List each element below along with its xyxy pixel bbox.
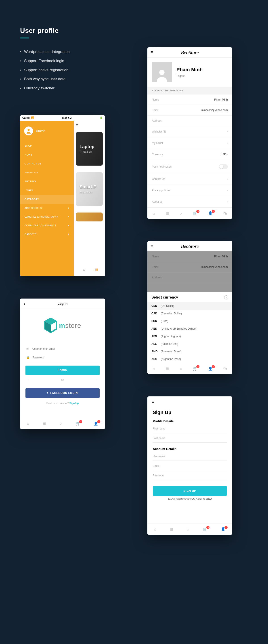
logo-icon bbox=[44, 318, 58, 334]
app-title: BeoStore bbox=[181, 50, 199, 56]
drawer-sub-gadgets[interactable]: GADGETS+ bbox=[20, 230, 74, 239]
menu-push[interactable]: Push notification bbox=[147, 160, 232, 174]
signup-link[interactable]: Sign Up bbox=[69, 402, 79, 404]
user-icon[interactable]: 👤1 bbox=[221, 527, 225, 532]
phone-currency: ≡ BeoStore NamePham Minh Emailminhcasi@y… bbox=[147, 241, 232, 374]
password-field[interactable]: Password bbox=[153, 471, 227, 480]
drawer-item-about[interactable]: ABOUT US bbox=[20, 168, 74, 177]
drawer-sub-cameras[interactable]: CAMERAS & PHOTOGRAPHY+ bbox=[20, 212, 74, 221]
feature-list: Wordpress user integration. Support Face… bbox=[20, 47, 121, 93]
section-account-info: ACCOUNT INFORMATIONS bbox=[147, 87, 232, 94]
hamburger-icon[interactable]: ≡ bbox=[76, 123, 103, 128]
menu-order[interactable]: My Order› bbox=[147, 138, 232, 149]
menu-about[interactable]: About us› bbox=[147, 196, 232, 208]
cart-icon[interactable]: 🛒3 bbox=[193, 366, 197, 371]
plus-icon: + bbox=[68, 233, 69, 236]
currency-option-usd[interactable]: USD(US Dollar) bbox=[147, 302, 232, 310]
user-icon[interactable]: 👤1 bbox=[94, 422, 98, 426]
username-input[interactable] bbox=[32, 347, 99, 350]
user-icon[interactable]: 👤1 bbox=[208, 211, 213, 216]
home-icon[interactable]: ⌂ bbox=[83, 268, 85, 272]
plus-icon: + bbox=[68, 224, 69, 227]
chevron-right-icon: › bbox=[227, 142, 228, 144]
currency-option-cad[interactable]: CAD(Canadian Dollar) bbox=[147, 310, 232, 317]
chevron-right-icon: › bbox=[227, 153, 228, 156]
tab-bar: ⌂ ▦ ⌕ 🛒3 👤1 🛍 bbox=[147, 363, 232, 374]
home-icon[interactable]: ⌂ bbox=[153, 212, 155, 216]
cart-icon[interactable]: 🛒3 bbox=[193, 211, 197, 216]
last-name-field[interactable]: Last name bbox=[153, 434, 227, 443]
toggle-switch[interactable] bbox=[219, 164, 228, 169]
home-icon[interactable]: ⌂ bbox=[153, 367, 155, 371]
drawer-sub-accessories[interactable]: ACCESSORIES+ bbox=[20, 204, 74, 212]
drawer-item-shop[interactable]: SHOP bbox=[20, 141, 74, 150]
currency-option-all[interactable]: ALL(Albanian Lek) bbox=[147, 340, 232, 348]
info-address: Address bbox=[147, 116, 232, 126]
drawer-item-contact[interactable]: CONTACT US bbox=[20, 159, 74, 168]
home-icon[interactable]: ⌂ bbox=[154, 527, 157, 532]
grid-icon[interactable]: ▦ bbox=[166, 211, 169, 216]
feature-item: Wordpress user integration. bbox=[20, 47, 121, 56]
info-name: NamePham Minh bbox=[147, 94, 232, 105]
search-icon[interactable]: ⌕ bbox=[180, 367, 182, 371]
currency-option-amd[interactable]: AMD(Armenian Dram) bbox=[147, 348, 232, 355]
menu-privacy[interactable]: Privacy policies› bbox=[147, 185, 232, 196]
signin-note[interactable]: You've registered already ? Sign In NOW! bbox=[153, 498, 227, 500]
cart-icon[interactable]: 🛒3 bbox=[75, 422, 80, 426]
hamburger-icon[interactable]: ≡ bbox=[152, 400, 154, 404]
login-header: ‹ Log In bbox=[20, 298, 105, 309]
search-icon[interactable]: ⌕ bbox=[60, 422, 62, 426]
cart-icon[interactable]: 🛒3 bbox=[203, 527, 207, 532]
hamburger-icon[interactable]: ≡ bbox=[151, 50, 153, 55]
sheet-title: Select currency bbox=[151, 296, 178, 300]
menu-contact[interactable]: Contact Us› bbox=[147, 174, 232, 185]
category-card[interactable] bbox=[76, 212, 103, 222]
grid-icon[interactable]: ▦ bbox=[43, 422, 46, 426]
currency-option-eur[interactable]: EUR(Euro) bbox=[147, 317, 232, 325]
drawer-item-news[interactable]: NEWS bbox=[20, 150, 74, 159]
login-button[interactable]: LOGIN bbox=[25, 366, 100, 375]
chevron-right-icon: › bbox=[227, 130, 228, 133]
search-icon[interactable]: ⌕ bbox=[180, 212, 182, 216]
phone-profile: ≡ BeoStore Pham Minh Logout ACCOUNT INFO… bbox=[147, 47, 232, 219]
account-details-header: Account Details bbox=[153, 447, 227, 451]
currency-sheet: Select currency × USD(US Dollar) CAD(Can… bbox=[147, 292, 232, 363]
drawer-item-category[interactable]: CATEGORY bbox=[20, 195, 74, 204]
drawer-item-login[interactable]: LOGIN bbox=[20, 186, 74, 195]
bag-icon[interactable]: 🛍 bbox=[223, 212, 227, 216]
drawer-item-setting[interactable]: SETTING bbox=[20, 177, 74, 186]
grid-icon[interactable]: ▦ bbox=[170, 527, 173, 532]
or-divider: Or bbox=[25, 378, 100, 381]
plus-icon: + bbox=[68, 216, 69, 218]
feature-item: Support native registration bbox=[20, 66, 121, 75]
signup-button[interactable]: SIGN UP bbox=[153, 486, 227, 496]
currency-option-ars[interactable]: ARS(Argentine Peso) bbox=[147, 355, 232, 363]
email-field[interactable]: Email bbox=[153, 462, 227, 470]
chevron-right-icon: › bbox=[227, 178, 228, 180]
menu-currency[interactable]: CurrencyUSD › bbox=[147, 149, 232, 160]
info-address: Address bbox=[147, 272, 232, 283]
drawer-sub-components[interactable]: COMPUTER COMPONENTS+ bbox=[20, 221, 74, 230]
username-field[interactable]: Username bbox=[153, 452, 227, 461]
grid-icon[interactable]: ▦ bbox=[95, 268, 98, 271]
password-input[interactable] bbox=[32, 356, 99, 359]
currency-option-afn[interactable]: AFN(Afghan Afghani) bbox=[147, 332, 232, 340]
category-card-smart[interactable]: Smart P 20 products bbox=[76, 172, 103, 206]
back-icon[interactable]: ‹ bbox=[24, 301, 25, 306]
category-card-laptop[interactable]: Laptop 13 products bbox=[76, 132, 103, 166]
guest-row[interactable]: Guest bbox=[20, 121, 74, 141]
bag-icon[interactable]: 🛍 bbox=[223, 367, 227, 371]
grid-icon[interactable]: ▦ bbox=[166, 366, 169, 371]
profile-details-header: Profile Details bbox=[153, 420, 227, 423]
user-icon[interactable]: 👤1 bbox=[208, 366, 213, 371]
close-icon[interactable]: × bbox=[224, 296, 228, 300]
facebook-login-button[interactable]: f FACEBOOK LOGIN bbox=[25, 388, 100, 398]
hamburger-icon[interactable]: ≡ bbox=[151, 244, 153, 248]
avatar-placeholder-icon bbox=[152, 62, 172, 82]
menu-wishlist[interactable]: WishList (1)› bbox=[147, 126, 232, 138]
search-icon[interactable]: ⌕ bbox=[187, 527, 189, 532]
logout-link[interactable]: Logout bbox=[176, 74, 203, 78]
currency-option-aed[interactable]: AED(United Arab Emirates Dirham) bbox=[147, 325, 232, 332]
home-icon[interactable]: ⌂ bbox=[27, 422, 29, 426]
first-name-field[interactable]: First name bbox=[153, 424, 227, 433]
